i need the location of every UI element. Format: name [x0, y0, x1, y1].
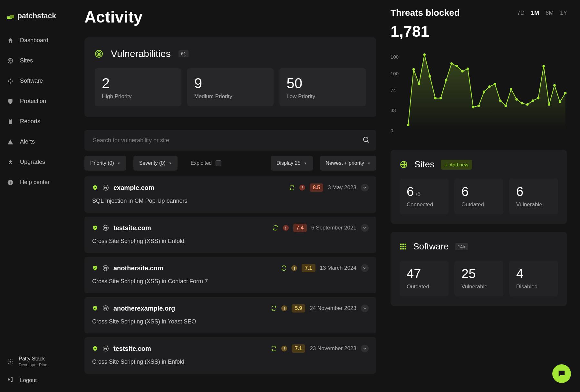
vuln-item[interactable]: anothersite.com ! 7.1 13 March 2024 Cros…: [84, 257, 376, 293]
sync-icon[interactable]: [273, 225, 278, 231]
range-6m[interactable]: 6M: [546, 10, 554, 16]
vuln-count-badge: 61: [179, 50, 189, 57]
stat-label: Low Priority: [286, 93, 359, 100]
vuln-item[interactable]: testsite.com ! 7.1 23 November 2023 Cros…: [84, 337, 376, 374]
vuln-item[interactable]: example.com ! 8.5 3 May 2023 SQL Injecti…: [84, 176, 376, 213]
add-site-button[interactable]: +Add new: [441, 160, 472, 170]
nav-help[interactable]: i Help center: [7, 179, 84, 186]
stat-low-priority[interactable]: 50 Low Priority: [279, 68, 366, 106]
filter-priority[interactable]: Priority (0)▼: [84, 156, 126, 171]
svg-point-11: [363, 137, 368, 142]
shield-check-icon: [92, 305, 98, 311]
nav-reports[interactable]: Reports: [7, 118, 84, 125]
search-icon[interactable]: [362, 136, 370, 145]
nav-protection[interactable]: Protection: [7, 98, 84, 105]
sites-vulnerable[interactable]: 6 Vulnerable: [509, 179, 558, 214]
user-block[interactable]: Patty Stack Developer Plan: [7, 356, 84, 367]
filter-sort[interactable]: Newest + priority▼: [320, 156, 377, 171]
nav-sites[interactable]: Sites: [7, 57, 84, 64]
alert-icon: !: [299, 185, 305, 191]
vuln-date: 23 November 2023: [310, 345, 356, 352]
svg-point-45: [559, 101, 561, 103]
vuln-description: Cross Site Scripting (XSS) in Contact Fo…: [92, 278, 369, 285]
filter-exploited[interactable]: Exploited: [185, 156, 227, 171]
sites-outdated[interactable]: 6 Outdated: [454, 179, 503, 214]
checkbox-icon[interactable]: [216, 160, 221, 166]
software-vulnerable[interactable]: 25 Vulnerable: [454, 261, 503, 296]
svg-point-26: [456, 65, 458, 68]
svg-rect-4: [10, 118, 11, 119]
nav-upgrades[interactable]: Upgrades: [7, 159, 84, 165]
cvss-score: 7.1: [292, 344, 305, 353]
search-bar[interactable]: [84, 130, 376, 151]
sync-icon[interactable]: [289, 185, 295, 191]
plus-icon: +: [445, 162, 448, 167]
alert-icon: !: [281, 346, 287, 351]
filter-row: Priority (0)▼ Severity (0)▼ Exploited Di…: [84, 156, 376, 171]
shield-check-icon: [92, 346, 98, 351]
filter-display[interactable]: Display 25▼: [271, 156, 313, 171]
wordpress-icon: [102, 265, 109, 271]
svg-point-37: [515, 98, 518, 101]
stat-medium-priority[interactable]: 9 Medium Priority: [187, 68, 274, 106]
svg-point-13: [103, 225, 109, 231]
sync-icon[interactable]: [271, 305, 277, 311]
vulnerabilities-panel: Vulnerabilities 61 2 High Priority 9 Med…: [84, 37, 376, 117]
sync-icon[interactable]: [271, 346, 277, 351]
shield-icon: [7, 98, 14, 105]
vuln-date: 13 March 2024: [320, 265, 356, 271]
range-1y[interactable]: 1Y: [560, 10, 567, 16]
wordpress-icon: [102, 345, 109, 352]
svg-point-35: [505, 105, 507, 107]
software-outdated[interactable]: 47 Outdated: [400, 261, 449, 296]
svg-point-10: [98, 53, 100, 54]
puzzle-icon: [7, 78, 14, 84]
expand-button[interactable]: [361, 264, 369, 272]
vuln-list: example.com ! 8.5 3 May 2023 SQL Injecti…: [84, 176, 376, 374]
svg-point-32: [488, 85, 491, 88]
range-7d[interactable]: 7D: [517, 10, 525, 16]
brand-logo[interactable]: patchstack: [7, 12, 84, 20]
search-input[interactable]: [93, 137, 362, 144]
range-1m[interactable]: 1M: [531, 10, 539, 16]
vuln-item[interactable]: anotherexample.org ! 5.9 24 November 202…: [84, 297, 376, 333]
wordpress-icon: [102, 184, 109, 191]
svg-point-31: [483, 90, 485, 93]
vuln-item[interactable]: testsite.com ! 7.4 6 September 2021 Cros…: [84, 217, 376, 253]
ytick: 100: [391, 70, 399, 76]
shield-check-icon: [92, 265, 98, 271]
expand-button[interactable]: [361, 224, 369, 232]
expand-button[interactable]: [361, 345, 369, 352]
svg-point-19: [418, 83, 420, 85]
svg-rect-48: [400, 244, 402, 245]
software-disabled[interactable]: 4 Disabled: [509, 261, 558, 296]
nav-software[interactable]: Software: [7, 78, 84, 84]
stat-high-priority[interactable]: 2 High Priority: [95, 68, 181, 106]
cvss-score: 7.1: [302, 264, 315, 272]
sync-icon[interactable]: [281, 265, 287, 271]
svg-point-42: [542, 65, 545, 68]
main-content: Activity Vulnerabilities 61 2 High Prior…: [84, 0, 580, 392]
extension-icon: [7, 159, 14, 165]
svg-point-44: [553, 84, 556, 87]
sites-panel: Sites +Add new 6/6 Connected 6 Outdated …: [391, 150, 567, 224]
svg-point-14: [103, 266, 109, 271]
logout-link[interactable]: Logout: [7, 376, 84, 384]
nav-label: Reports: [20, 118, 40, 125]
clipboard-icon: [7, 118, 14, 125]
chevron-down-icon: ▼: [304, 162, 307, 165]
vuln-site: example.com: [113, 184, 154, 191]
sites-connected[interactable]: 6/6 Connected: [400, 179, 449, 214]
threats-total: 1,781: [391, 23, 567, 40]
expand-button[interactable]: [361, 184, 369, 191]
svg-rect-53: [405, 246, 406, 247]
stat-label: Medium Priority: [194, 93, 267, 100]
expand-button[interactable]: [361, 304, 369, 312]
svg-point-7: [10, 361, 11, 362]
filter-severity[interactable]: Severity (0)▼: [133, 156, 178, 171]
nav-dashboard[interactable]: Dashboard: [7, 37, 84, 44]
nav-alerts[interactable]: Alerts: [7, 138, 84, 145]
alert-icon: !: [281, 305, 287, 311]
svg-point-41: [537, 97, 540, 99]
chat-fab[interactable]: [552, 364, 571, 383]
